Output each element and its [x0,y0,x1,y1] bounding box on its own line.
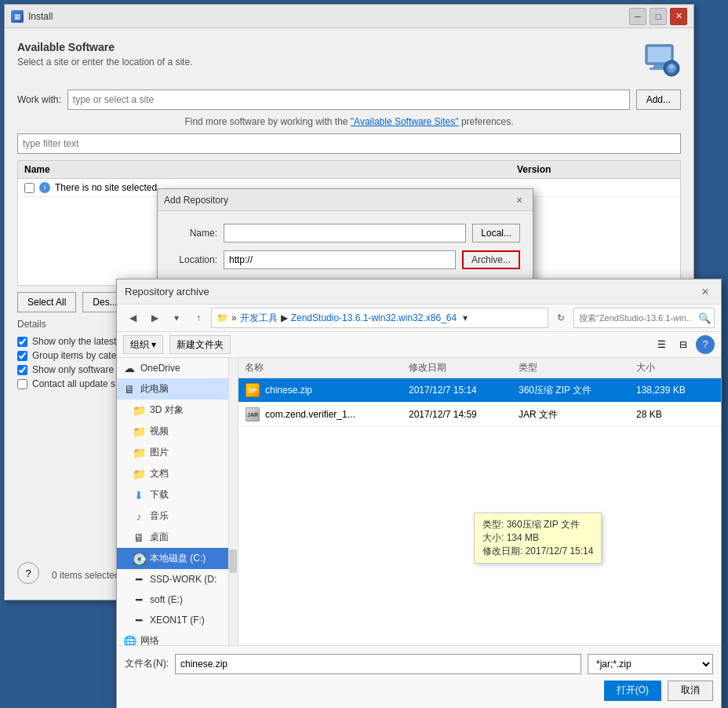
filename-input[interactable] [175,654,581,674]
view-change-button[interactable]: ⊟ [674,335,693,354]
help-button[interactable]: ? [17,562,39,584]
col-type: 类型 [519,361,636,374]
info-icon: i [39,182,50,193]
3d-icon: 📁 [133,404,145,417]
breadcrumb-dev-tools[interactable]: 开发工具 [240,312,278,325]
sidebar-label-local-c: 本地磁盘 (C:) [150,552,206,565]
sidebar-scrollbar[interactable] [228,358,238,677]
drive-c-icon: 💽 [133,553,145,565]
name-label: Name: [170,228,217,239]
sidebar-item-downloads[interactable]: ⬇ 下载 [117,484,238,505]
name-row: Name: Local... [170,224,520,243]
add-button[interactable]: Add... [636,89,681,110]
jar-file-icon: JAR [245,407,260,422]
file-size-chinese-zip: 138,239 KB [636,385,715,396]
sidebar-label-downloads: 下载 [150,488,169,502]
breadcrumb-zend-studio[interactable]: ZendStudio-13.6.1-win32.win32.x86_64 [291,312,457,323]
option-group-items-label: Group items by cate [32,350,116,361]
up-folder-button[interactable]: ↑ [189,308,208,327]
help-icon-button[interactable]: ? [696,335,715,354]
file-date-com-zend: 2017/12/7 14:59 [409,409,519,420]
install-title-bar: ▦ Install ─ □ ✕ [5,5,693,28]
sidebar-item-soft-e[interactable]: ━ soft (E:) [117,589,238,610]
pictures-icon: 📁 [133,447,145,459]
search-button[interactable]: 🔍 [695,308,714,327]
organize-button[interactable]: 组织 ▾ [123,335,163,354]
filetype-dropdown[interactable]: *jar;*.zip [588,654,713,674]
option-show-latest-checkbox[interactable] [17,337,27,347]
breadcrumb-sep-1: » [231,312,237,323]
sidebar-label-music: 音乐 [150,509,169,523]
col-name-header: Name [24,164,517,175]
view-list-button[interactable]: ☰ [652,335,671,354]
music-icon: ♪ [133,510,145,523]
archive-close-button[interactable]: × [697,284,713,300]
sidebar-item-documents[interactable]: 📁 文档 [117,463,238,484]
available-software-sites-link[interactable]: "Available Software Sites" [351,116,459,127]
archive-button[interactable]: Archive... [462,250,520,269]
tooltip-size: 大小: 134 MB [482,531,593,545]
sidebar-label-video: 视频 [150,425,169,438]
close-button[interactable]: ✕ [670,8,687,25]
downloads-icon: ⬇ [133,489,145,502]
option-contact-updates-checkbox[interactable] [17,379,27,389]
sidebar-scrollbar-thumb [229,549,237,573]
work-with-input[interactable] [67,89,630,110]
items-selected-text: 0 items selected [52,570,120,581]
cancel-button[interactable]: 取消 [668,681,713,701]
row-checkbox[interactable] [24,183,35,193]
col-name: 名称 [245,361,409,374]
sidebar-item-onedrive[interactable]: ☁ OneDrive [117,358,238,378]
onedrive-icon: ☁ [123,362,136,374]
location-input[interactable] [224,250,456,269]
sidebar-item-desktop[interactable]: 🖥 桌面 [117,527,238,548]
sidebar-label-xeon1t: XEON1T (F:) [150,615,205,626]
drive-e-icon: ━ [133,593,145,606]
sidebar-item-ssd-work[interactable]: ━ SSD-WORK (D: [117,569,238,589]
sidebar-item-3d[interactable]: 📁 3D 对象 [117,400,238,421]
archive-title-text: Repository archive [125,286,209,297]
archive-title-bar: Repository archive × [117,279,721,305]
sidebar-item-local-c[interactable]: 💽 本地磁盘 (C:) [117,548,238,569]
archive-toolbar: ◀ ▶ ▾ ↑ 📁 » 开发工具 ▶ ZendStudio-13.6.1-win… [117,305,721,332]
file-tooltip: 类型: 360压缩 ZIP 文件 大小: 134 MB 修改日期: 2017/1… [474,513,602,564]
software-header-icon [642,41,681,80]
refresh-button[interactable]: ↻ [551,308,570,327]
option-group-items-checkbox[interactable] [17,351,27,361]
forward-button[interactable]: ▶ [145,308,164,327]
no-site-text: There is no site selected. [55,182,159,193]
file-name-com-zend: com.zend.verifier_1... [265,409,409,420]
sidebar-item-pictures[interactable]: 📁 图片 [117,442,238,463]
sidebar-panel: ☁ OneDrive 🖥 此电脑 📁 3D 对象 📁 视频 📁 图片 📁 [117,358,238,677]
work-with-label: Work with: [17,94,61,105]
documents-icon: 📁 [133,468,145,480]
repository-archive-dialog: Repository archive × ◀ ▶ ▾ ↑ 📁 » 开发工具 ▶ … [116,279,722,708]
open-button[interactable]: 打开(O) [604,681,661,701]
breadcrumb-sep-2: ▶ [281,312,288,323]
col-version-header: Version [517,164,674,175]
find-more-text: Find more software by working with the "… [17,116,681,127]
add-repo-close-button[interactable]: × [512,193,526,207]
back-button[interactable]: ◀ [123,308,142,327]
name-input[interactable] [224,224,466,243]
search-input[interactable] [574,312,695,324]
sidebar-label-soft-e: soft (E:) [150,594,183,605]
file-item-chinese-zip[interactable]: ZIP chinese.zip 2017/12/7 15:14 360压缩 ZI… [238,378,721,403]
sidebar-item-this-pc[interactable]: 🖥 此电脑 [117,378,238,400]
maximize-button[interactable]: □ [650,8,667,25]
nav-dropdown-button[interactable]: ▾ [167,308,186,327]
sidebar-item-xeon1t[interactable]: ━ XEON1T (F:) [117,610,238,630]
breadcrumb-dropdown[interactable]: ▾ [463,312,468,323]
file-item-com-zend[interactable]: JAR com.zend.verifier_1... 2017/12/7 14:… [238,403,721,427]
tooltip-type: 类型: 360压缩 ZIP 文件 [482,518,593,531]
drive-f-icon: ━ [133,614,145,626]
sidebar-item-video[interactable]: 📁 视频 [117,421,238,442]
local-button[interactable]: Local... [472,224,520,243]
option-show-software-checkbox[interactable] [17,365,27,375]
new-folder-button[interactable]: 新建文件夹 [169,335,231,354]
sidebar-item-music[interactable]: ♪ 音乐 [117,505,238,527]
filter-input[interactable] [17,133,681,154]
select-all-button[interactable]: Select All [17,292,76,312]
available-software-title: Available Software [17,41,192,53]
minimize-button[interactable]: ─ [629,8,646,25]
